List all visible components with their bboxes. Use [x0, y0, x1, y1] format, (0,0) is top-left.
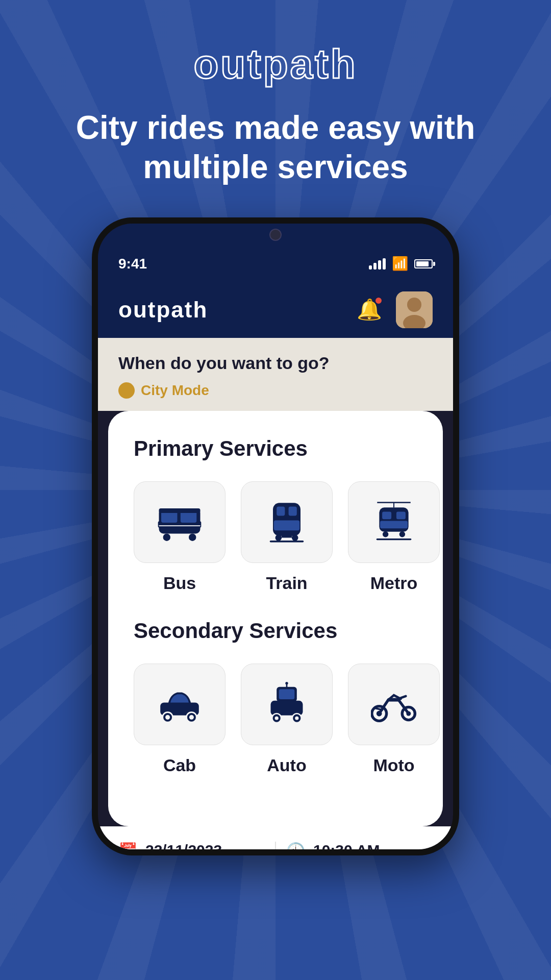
cab-icon — [157, 681, 203, 727]
primary-services-title: Primary Services — [134, 436, 417, 461]
date-picker[interactable]: 📅 22/11/2023 — [118, 842, 265, 855]
svg-rect-47 — [387, 698, 400, 701]
phone-notch — [98, 224, 453, 246]
train-label: Train — [266, 573, 307, 593]
auto-icon — [264, 681, 310, 727]
service-auto[interactable]: Auto — [241, 664, 333, 775]
svg-rect-18 — [281, 536, 292, 538]
moto-icon-box — [348, 664, 440, 745]
clock-icon: 🕙 — [286, 842, 305, 855]
metro-label: Metro — [370, 573, 418, 593]
svg-point-7 — [163, 533, 170, 541]
svg-rect-25 — [380, 521, 408, 528]
cab-icon-box — [134, 664, 226, 745]
bus-icon-box — [134, 481, 226, 563]
primary-services-grid: Bus — [134, 481, 417, 593]
train-icon — [264, 499, 310, 545]
city-mode-badge[interactable]: City Mode — [118, 382, 209, 399]
auto-label: Auto — [267, 755, 306, 775]
status-time: 9:41 — [118, 256, 147, 272]
app-bar: outpath 🔔 — [98, 282, 453, 338]
user-avatar[interactable] — [396, 291, 433, 328]
auto-icon-box — [241, 664, 333, 745]
secondary-services-title: Secondary Services — [134, 619, 417, 643]
service-moto[interactable]: Moto — [348, 664, 440, 775]
services-card: Primary Services — [108, 411, 443, 826]
wifi-icon: 📶 — [392, 256, 408, 272]
svg-rect-14 — [289, 506, 297, 516]
bus-icon — [157, 499, 203, 545]
service-bus[interactable]: Bus — [134, 481, 226, 593]
app-tagline: City rides made easy with multiple servi… — [66, 108, 485, 187]
svg-rect-23 — [382, 511, 391, 519]
svg-point-33 — [189, 715, 194, 719]
svg-rect-13 — [277, 506, 285, 516]
status-bar: 9:41 📶 — [98, 246, 453, 282]
date-value: 22/11/2023 — [145, 842, 222, 855]
svg-point-17 — [292, 534, 298, 541]
phone-mockup: 9:41 📶 outpath — [92, 217, 459, 855]
logo-text: outpath — [193, 41, 357, 88]
svg-point-16 — [276, 534, 282, 541]
service-cab[interactable]: Cab — [134, 664, 226, 775]
booking-bar: 📅 22/11/2023 🕙 10:30 AM — [98, 826, 453, 855]
metro-icon — [371, 499, 417, 545]
notification-badge — [374, 297, 383, 305]
svg-point-39 — [275, 716, 279, 720]
service-train[interactable]: Train — [241, 481, 333, 593]
battery-icon — [414, 259, 433, 268]
svg-point-1 — [407, 298, 421, 312]
svg-point-40 — [295, 716, 298, 720]
svg-point-27 — [399, 531, 405, 537]
moto-label: Moto — [373, 755, 414, 775]
phone-camera — [269, 229, 282, 241]
svg-point-8 — [189, 533, 196, 541]
metro-icon-box — [348, 481, 440, 563]
time-picker[interactable]: 🕙 10:30 AM — [286, 842, 433, 855]
moto-icon — [371, 681, 417, 727]
avatar-image — [396, 291, 433, 328]
screen-header: When do you want to go? City Mode — [98, 338, 453, 411]
divider — [275, 842, 276, 855]
when-prompt: When do you want to go? — [118, 353, 433, 373]
svg-point-42 — [285, 681, 288, 684]
notification-button[interactable]: 🔔 — [353, 293, 386, 326]
secondary-services-grid: Cab — [134, 664, 417, 775]
bus-label: Bus — [163, 573, 196, 593]
app-logo: outpath — [193, 41, 357, 88]
city-mode-dot — [118, 382, 135, 399]
app-bar-logo: outpath — [118, 297, 208, 323]
svg-rect-6 — [159, 508, 201, 513]
svg-point-32 — [165, 715, 170, 719]
service-metro[interactable]: Metro — [348, 481, 440, 593]
svg-line-48 — [401, 696, 406, 698]
cab-label: Cab — [163, 755, 196, 775]
signal-icon — [369, 258, 386, 270]
time-value: 10:30 AM — [313, 842, 380, 855]
svg-rect-24 — [396, 511, 406, 519]
train-icon-box — [241, 481, 333, 563]
svg-rect-9 — [158, 521, 161, 528]
calendar-icon: 📅 — [118, 842, 137, 855]
status-icons: 📶 — [369, 256, 433, 272]
svg-rect-35 — [279, 689, 295, 699]
svg-rect-15 — [274, 520, 299, 530]
svg-rect-10 — [198, 521, 201, 528]
svg-point-26 — [383, 531, 388, 537]
city-mode-label: City Mode — [141, 382, 209, 399]
